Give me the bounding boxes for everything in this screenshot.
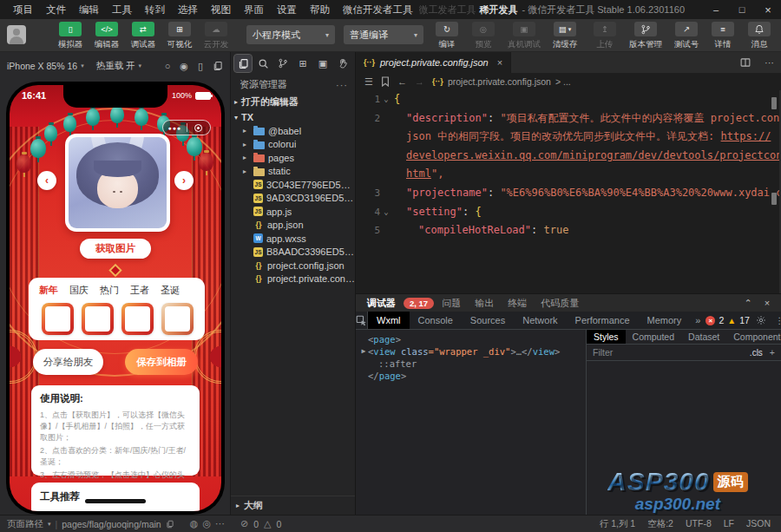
minimize-button[interactable]: – xyxy=(703,0,729,19)
close-tab-icon[interactable]: × xyxy=(497,57,502,68)
open-editors-section[interactable]: ▸打开的编辑器 xyxy=(231,94,355,110)
debugger-tab-0[interactable]: 调试器 xyxy=(361,296,402,311)
close-button[interactable]: × xyxy=(755,0,781,19)
more-tabs-chevron[interactable]: » xyxy=(690,315,706,325)
debugger-tab-1[interactable]: 问题 xyxy=(436,296,467,311)
simulator-button[interactable]: ▯模拟器 xyxy=(54,22,87,50)
cloud-dev-button[interactable]: ☁云开发 xyxy=(200,22,233,50)
editor-tab[interactable]: {··} project.private.config.json × xyxy=(356,52,511,73)
multi-window-icon[interactable] xyxy=(213,61,223,72)
device-select[interactable]: iPhone X 85% 16 xyxy=(7,61,77,71)
menu-item-8[interactable]: 设置 xyxy=(271,2,303,18)
warning-icon[interactable]: ▲ xyxy=(727,316,736,325)
collapse-panel-icon[interactable]: ⌃ xyxy=(739,298,757,309)
code-editor[interactable]: 1⌄{2"description": "项目私有配置文件。此文件中的内容将覆盖 … xyxy=(356,90,781,293)
page-path-label[interactable]: 页面路径 xyxy=(7,518,43,530)
styles-tab-styles[interactable]: Styles xyxy=(587,330,626,344)
visualize-button[interactable]: ⊞可视化 xyxy=(163,22,196,50)
menu-item-10[interactable]: 微信开发者工具 xyxy=(337,2,419,18)
menu-item-6[interactable]: 视图 xyxy=(205,2,237,18)
status-item-2[interactable]: UTF-8 xyxy=(686,518,712,530)
page-path-value[interactable]: pages/flag/guoqing/main xyxy=(62,519,161,529)
details-button[interactable]: ≡详情 xyxy=(706,22,739,50)
tree-item-project.config.json[interactable]: {}project.config.json xyxy=(231,259,355,273)
category-tab-3[interactable]: 王者 xyxy=(130,284,149,297)
exit-target-icon[interactable] xyxy=(187,124,211,132)
tree-item-app.wxss[interactable]: Wapp.wxss xyxy=(231,232,355,246)
list-icon[interactable]: ☰ xyxy=(364,76,373,88)
menu-item-2[interactable]: 编辑 xyxy=(73,2,105,18)
status-item-1[interactable]: 空格:2 xyxy=(647,518,673,530)
compile-mode-select[interactable]: 普通编译▾ xyxy=(344,25,423,44)
category-tab-4[interactable]: 圣诞 xyxy=(161,284,180,297)
hand-icon[interactable] xyxy=(334,55,351,72)
miniprogram-capsule[interactable]: ●●● xyxy=(162,120,211,135)
category-tab-1[interactable]: 国庆 xyxy=(69,284,89,297)
avatar-frame-thumbnail-0[interactable] xyxy=(42,303,74,335)
tree-item-pages[interactable]: ▸pages xyxy=(231,151,355,165)
wxml-node-0[interactable]: <page> xyxy=(359,333,586,345)
files-icon[interactable] xyxy=(234,55,252,72)
copy-icon[interactable] xyxy=(166,520,174,529)
tree-item-colorui[interactable]: ▸colorui xyxy=(231,138,355,152)
search-icon[interactable] xyxy=(254,55,272,72)
tree-item-B8AADC3396ED58FFD...[interactable]: JSB8AADC3396ED58FFD... xyxy=(231,246,355,259)
devtools-tab-network[interactable]: Network xyxy=(514,312,566,329)
wxml-node-2[interactable]: ::after xyxy=(359,358,586,370)
devtools-tab-performance[interactable]: Performance xyxy=(567,312,639,329)
compile-button[interactable]: ↻编译 xyxy=(430,22,463,50)
category-tab-0[interactable]: 新年 xyxy=(39,284,58,297)
scrollbar-marker[interactable] xyxy=(771,97,777,109)
tree-item-app.js[interactable]: JSapp.js xyxy=(231,205,355,219)
upload-button[interactable]: ↥上传 xyxy=(588,22,621,50)
more-actions-icon[interactable]: ··· xyxy=(336,80,348,90)
menu-item-4[interactable]: 转到 xyxy=(139,2,171,18)
carousel-prev-button[interactable]: ‹ xyxy=(37,171,56,190)
problems-indicator[interactable]: ⊘ 0 △ 0 xyxy=(230,518,356,529)
styles-tab-component-data[interactable]: Component Data xyxy=(726,330,781,344)
avatar-frame-thumbnail-1[interactable] xyxy=(82,303,114,335)
split-editor-icon[interactable] xyxy=(733,52,758,73)
cls-toggle[interactable]: .cls xyxy=(750,348,763,358)
avatar-frame-thumbnail-2[interactable] xyxy=(121,303,154,335)
mode-select[interactable]: 小程序模式▾ xyxy=(246,25,335,44)
get-image-button[interactable]: 获取图片 xyxy=(80,239,151,259)
menu-item-0[interactable]: 项目 xyxy=(7,2,39,18)
devtools-tab-console[interactable]: Console xyxy=(410,312,462,329)
bookmark-icon[interactable] xyxy=(381,76,390,87)
hot-reload-toggle[interactable]: 热重载 开 xyxy=(96,60,135,72)
menu-item-9[interactable]: 帮助 xyxy=(304,2,336,18)
more-icon[interactable]: ⋯ xyxy=(215,518,230,529)
debugger-tab-2[interactable]: 输出 xyxy=(469,296,500,311)
debugger-button[interactable]: ⇄调试器 xyxy=(127,22,160,50)
tree-item-app.json[interactable]: {}app.json xyxy=(231,219,355,233)
breadcrumb-file[interactable]: {··} project.private.config.json > ... xyxy=(432,76,571,87)
devtools-tab-wxml[interactable]: Wxml xyxy=(368,312,410,329)
menu-item-7[interactable]: 界面 xyxy=(238,2,270,18)
preview-icon[interactable]: ◎ xyxy=(202,518,211,529)
tree-item-static[interactable]: ▸static xyxy=(231,165,355,179)
menu-item-1[interactable]: 文件 xyxy=(40,2,72,18)
blocks-icon[interactable]: ⊞ xyxy=(294,55,312,72)
tree-item-3C043E7796ED58FF5A...[interactable]: JS3C043E7796ED58FF5A... xyxy=(231,178,355,192)
editor-more-icon[interactable]: ··· xyxy=(758,52,781,73)
kebab-menu-icon[interactable]: ⋮ xyxy=(772,315,781,325)
wxml-tree[interactable]: <page>▶<view class="wrapper _div">…</vie… xyxy=(356,330,587,515)
debugger-tab-4[interactable]: 代码质量 xyxy=(535,296,585,311)
forward-icon[interactable]: → xyxy=(415,76,424,87)
inspect-element-icon[interactable] xyxy=(356,312,368,329)
device-frame-icon[interactable]: ▯ xyxy=(198,61,203,72)
category-tab-2[interactable]: 热门 xyxy=(100,284,119,297)
clear-cache-button[interactable]: ▤▾清缓存 xyxy=(548,22,581,50)
wxml-node-1[interactable]: ▶<view class="wrapper _div">…</view> xyxy=(359,345,586,358)
styles-tab-dataset[interactable]: Dataset xyxy=(681,330,726,344)
test-account-button[interactable]: ↗测试号 xyxy=(670,22,703,50)
record-icon[interactable]: ◉ xyxy=(180,61,188,72)
outline-section[interactable]: ▸大纲 xyxy=(231,496,355,515)
scrollbar-marker[interactable] xyxy=(771,193,777,205)
menu-item-5[interactable]: 选择 xyxy=(172,2,204,18)
rotate-icon[interactable]: ○ xyxy=(165,61,171,72)
real-device-debug-button[interactable]: ▣真机调试 xyxy=(503,22,545,50)
tree-item-9AD3CD3196ED58FFF...[interactable]: JS9AD3CD3196ED58FFF... xyxy=(231,192,355,206)
wxml-node-3[interactable]: </page> xyxy=(359,370,586,382)
